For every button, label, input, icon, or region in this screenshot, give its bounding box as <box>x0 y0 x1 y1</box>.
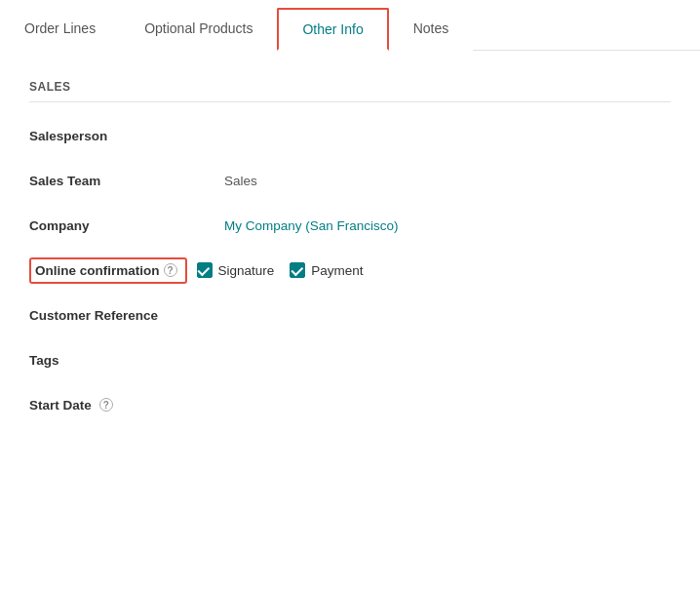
label-salesperson: Salesperson <box>29 129 224 143</box>
label-company: Company <box>29 218 224 233</box>
label-start-date: Start Date ? <box>29 398 224 413</box>
checkbox-signature[interactable]: Signature <box>197 262 275 278</box>
help-icon-online-confirmation[interactable]: ? <box>164 263 177 277</box>
field-row-customer-reference: Customer Reference <box>29 301 671 329</box>
content-area: SALES Salesperson Sales Team Sales Compa… <box>0 51 700 455</box>
checkbox-group-online-confirmation: Signature Payment <box>197 262 364 278</box>
tab-bar: Order Lines Optional Products Other Info… <box>0 0 700 51</box>
label-online-confirmation: Online confirmation <box>35 263 160 278</box>
checkbox-payment-box[interactable] <box>290 262 305 278</box>
label-start-date-text: Start Date <box>29 398 92 413</box>
field-row-start-date: Start Date ? <box>29 391 671 418</box>
label-tags: Tags <box>29 353 224 368</box>
label-customer-reference: Customer Reference <box>29 308 224 323</box>
value-company[interactable]: My Company (San Francisco) <box>224 218 399 233</box>
tab-optional-products[interactable]: Optional Products <box>120 8 277 51</box>
field-row-company: Company My Company (San Francisco) <box>29 212 671 239</box>
field-row-tags: Tags <box>29 346 671 374</box>
checkbox-signature-box[interactable] <box>197 262 213 278</box>
field-row-online-confirmation: Online confirmation ? Signature Payment <box>29 256 671 284</box>
tab-order-lines[interactable]: Order Lines <box>0 8 120 51</box>
field-row-sales-team: Sales Team Sales <box>29 167 671 194</box>
label-sales-team: Sales Team <box>29 174 224 188</box>
field-row-salesperson: Salesperson <box>29 122 671 149</box>
tab-other-info[interactable]: Other Info <box>277 8 388 51</box>
checkbox-payment[interactable]: Payment <box>290 262 363 278</box>
online-confirmation-label-box: Online confirmation ? <box>29 257 187 284</box>
tab-notes[interactable]: Notes <box>389 8 474 51</box>
section-title-sales: SALES <box>29 80 671 102</box>
value-sales-team: Sales <box>224 174 257 188</box>
checkbox-payment-label: Payment <box>311 263 363 278</box>
checkbox-signature-label: Signature <box>218 263 275 278</box>
help-icon-start-date[interactable]: ? <box>99 398 113 412</box>
